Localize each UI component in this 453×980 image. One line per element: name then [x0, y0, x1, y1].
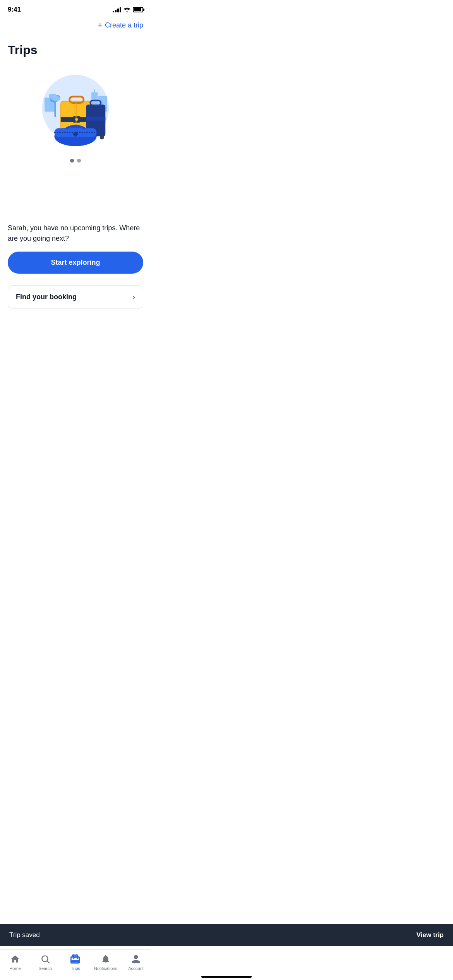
page-title: Trips — [0, 35, 151, 63]
status-bar: 9:41 — [0, 0, 151, 17]
start-exploring-button[interactable]: Start exploring — [8, 252, 143, 274]
create-trip-button[interactable]: + Create a trip — [98, 20, 143, 30]
main-content: Trips — [0, 35, 151, 371]
signal-icon — [113, 7, 121, 12]
find-booking-card[interactable]: Find your booking › — [8, 285, 143, 309]
no-trips-message: Sarah, you have no upcoming trips. Where… — [8, 223, 143, 244]
carousel-dots — [0, 152, 151, 169]
header: + Create a trip — [0, 17, 151, 35]
battery-icon — [133, 7, 143, 12]
carousel-dot-1 — [70, 159, 74, 163]
svg-rect-20 — [86, 117, 105, 120]
luggage-illustration — [37, 71, 114, 149]
wifi-icon — [124, 7, 130, 12]
illustration-container — [0, 63, 151, 152]
status-time: 9:41 — [8, 6, 21, 14]
find-booking-label: Find your booking — [16, 293, 77, 301]
no-trips-section: Sarah, you have no upcoming trips. Where… — [0, 215, 151, 280]
status-icons — [113, 7, 143, 12]
carousel-dot-2 — [77, 159, 81, 163]
content-spacer — [0, 169, 151, 215]
chevron-right-icon: › — [132, 293, 135, 302]
plus-icon: + — [98, 20, 103, 30]
svg-rect-2 — [94, 89, 95, 93]
svg-point-22 — [100, 135, 104, 139]
create-trip-label: Create a trip — [105, 21, 143, 29]
svg-rect-5 — [45, 98, 51, 111]
